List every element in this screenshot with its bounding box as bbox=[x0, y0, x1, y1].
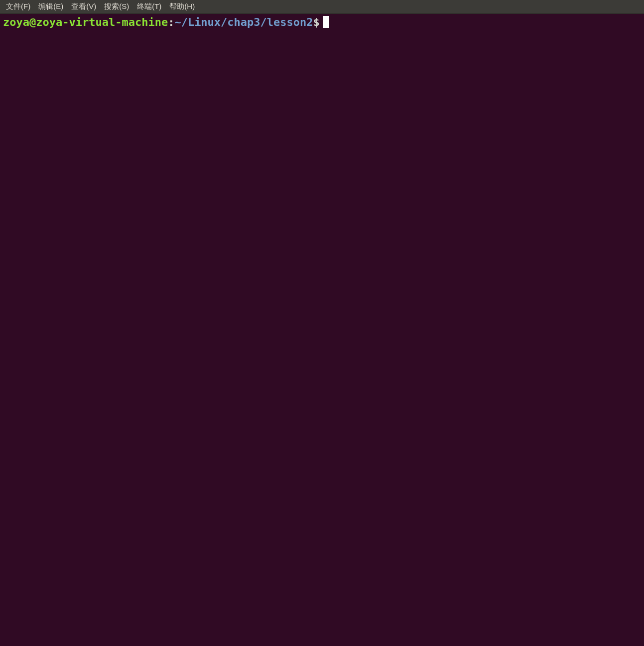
prompt-dollar: $ bbox=[313, 16, 320, 28]
cursor bbox=[323, 16, 329, 28]
menu-view[interactable]: 查看(V) bbox=[67, 0, 100, 13]
prompt-colon: : bbox=[168, 16, 174, 28]
terminal-area[interactable]: zoya@zoya-virtual-machine:~/Linux/chap3/… bbox=[0, 14, 644, 646]
menu-terminal[interactable]: 终端(T) bbox=[133, 0, 165, 13]
menubar: 文件(F) 编辑(E) 查看(V) 搜索(S) 终端(T) 帮助(H) bbox=[0, 0, 644, 14]
menu-help[interactable]: 帮助(H) bbox=[165, 0, 199, 13]
menu-file[interactable]: 文件(F) bbox=[2, 0, 34, 13]
prompt-path: ~/Linux/chap3/lesson2 bbox=[174, 16, 313, 28]
prompt-user-host: zoya@zoya-virtual-machine bbox=[3, 16, 168, 28]
menu-search[interactable]: 搜索(S) bbox=[100, 0, 133, 13]
menu-edit[interactable]: 编辑(E) bbox=[34, 0, 67, 13]
